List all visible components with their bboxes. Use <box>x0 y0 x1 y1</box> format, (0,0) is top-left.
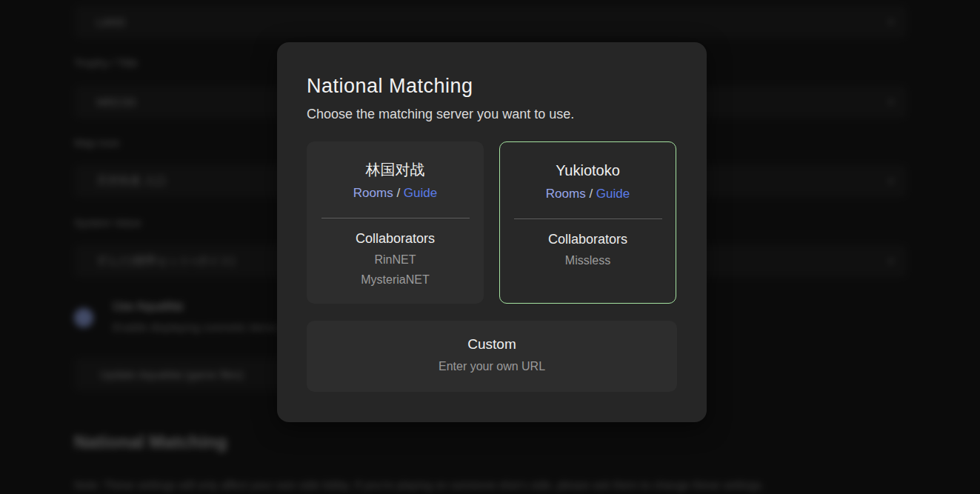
card-divider <box>514 218 662 219</box>
guide-link[interactable]: Guide <box>404 186 437 200</box>
server-links: Rooms / Guide <box>307 184 484 202</box>
collaborators-list: Missless <box>500 250 676 270</box>
app-window: LANS ▾ Trophy / Title WECS5 ▾ Map Icon 天… <box>0 0 980 494</box>
card-divider <box>321 218 470 218</box>
collaborators-heading: Collaborators <box>500 232 676 247</box>
collaborators-heading: Collaborators <box>307 231 484 247</box>
server-card-yukiotoko[interactable]: Yukiotoko Rooms / Guide Collaborators Mi… <box>499 141 676 304</box>
custom-subtitle: Enter your own URL <box>307 360 677 373</box>
national-matching-dialog: National Matching Choose the matching se… <box>277 42 707 422</box>
guide-link[interactable]: Guide <box>596 187 630 201</box>
dialog-title: National Matching <box>307 75 677 98</box>
custom-server-card[interactable]: Custom Enter your own URL <box>307 321 677 392</box>
dialog-subtitle: Choose the matching server you want to u… <box>307 107 677 122</box>
server-card-linguo[interactable]: 林国对战 Rooms / Guide Collaborators RinNET … <box>307 141 484 304</box>
server-name: Yukiotoko <box>500 160 676 181</box>
collaborator: RinNET <box>307 250 484 270</box>
link-separator: / <box>393 186 404 200</box>
server-options: 林国对战 Rooms / Guide Collaborators RinNET … <box>307 141 677 304</box>
server-links: Rooms / Guide <box>500 185 676 203</box>
collaborator: MysteriaNET <box>307 270 484 290</box>
link-separator: / <box>586 187 596 201</box>
collaborators-list: RinNET MysteriaNET <box>307 250 484 290</box>
collaborator: Missless <box>500 250 676 270</box>
custom-title: Custom <box>307 336 677 353</box>
server-name: 林国对战 <box>307 159 484 180</box>
rooms-link[interactable]: Rooms <box>546 187 586 201</box>
rooms-link[interactable]: Rooms <box>353 186 393 200</box>
